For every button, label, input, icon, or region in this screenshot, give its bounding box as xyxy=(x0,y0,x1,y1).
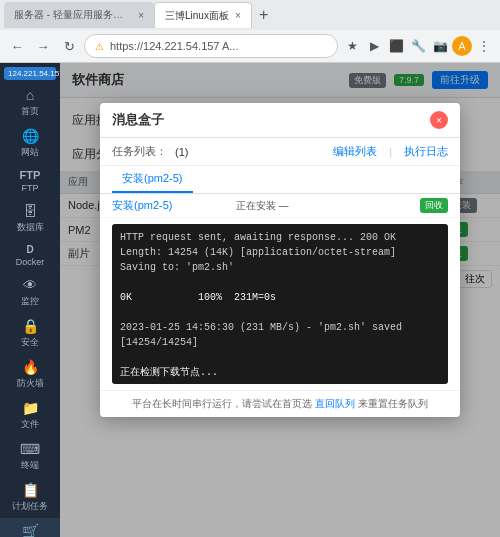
extension-icon-3[interactable]: 🔧 xyxy=(408,36,428,56)
extension-icon-1[interactable]: ▶ xyxy=(364,36,384,56)
ftp-icon: FTP xyxy=(20,169,41,181)
sidebar-item-home[interactable]: ⌂ 首页 xyxy=(0,82,60,123)
terminal-line-8 xyxy=(120,350,440,365)
sidebar-item-store[interactable]: 🛒 软件商店 xyxy=(0,518,60,537)
main-container: 124.221.54.157 ⌂ 首页 🌐 网站 FTP FTP 🗄 数据库 D… xyxy=(0,63,500,537)
tab-2[interactable]: 三博Linux面板 × xyxy=(154,2,252,28)
modal-tabs: 安装(pm2-5) xyxy=(100,166,460,194)
tab-2-label: 三博Linux面板 xyxy=(165,9,229,23)
terminal-line-6 xyxy=(120,305,440,320)
sidebar-item-terminal[interactable]: ⌨ 终端 xyxy=(0,436,60,477)
modal-dialog: 消息盒子 × 任务列表： (1) 编辑列表 | 执行日志 安装(pm2-5) xyxy=(100,103,460,417)
terminal-output: HTTP request sent, awaiting response... … xyxy=(112,224,448,384)
website-icon: 🌐 xyxy=(22,128,39,144)
modal-overlay: 消息盒子 × 任务列表： (1) 编辑列表 | 执行日志 安装(pm2-5) xyxy=(60,63,500,537)
sidebar-item-firewall[interactable]: 🔥 防火墙 xyxy=(0,354,60,395)
tab-2-close[interactable]: × xyxy=(235,10,241,21)
tab-bar: 服务器 - 轻量应用服务器 - 控制... × 三博Linux面板 × + xyxy=(0,0,500,30)
tab-1-close[interactable]: × xyxy=(138,10,144,21)
task-item-row: 安装(pm2-5) 正在安装 — 回收 xyxy=(100,194,460,218)
monitor-icon: 👁 xyxy=(23,277,37,293)
sidebar-item-ftp-label: FTP xyxy=(22,183,39,193)
extension-icon-4[interactable]: 📷 xyxy=(430,36,450,56)
firewall-icon: 🔥 xyxy=(22,359,39,375)
home-icon: ⌂ xyxy=(26,87,34,103)
terminal-line-4 xyxy=(120,275,440,290)
modal-tab-install[interactable]: 安装(pm2-5) xyxy=(112,166,193,193)
sidebar-item-website-label: 网站 xyxy=(21,146,39,159)
sidebar-item-db-label: 数据库 xyxy=(17,221,44,234)
tab-1[interactable]: 服务器 - 轻量应用服务器 - 控制... × xyxy=(4,2,154,28)
log-link[interactable]: 执行日志 xyxy=(404,144,448,159)
tab-1-label: 服务器 - 轻量应用服务器 - 控制... xyxy=(14,8,132,22)
task-list-label: 任务列表： xyxy=(112,144,167,159)
terminal-line-2: Length: 14254 (14K) [application/octet-s… xyxy=(120,245,440,260)
user-icon[interactable]: A xyxy=(452,36,472,56)
modal-footer: 平台在长时间串行运行，请尝试在首页选 直回队列 来重置任务队列 xyxy=(100,390,460,417)
task-item-name[interactable]: 安装(pm2-5) xyxy=(112,198,228,213)
task-item-status-label: 正在安装 — xyxy=(236,199,289,213)
sidebar-item-cron-label: 计划任务 xyxy=(12,500,48,513)
address-text: https://124.221.54.157 A... xyxy=(110,40,238,52)
sidebar-item-docker-label: Docker xyxy=(16,257,45,267)
forward-button[interactable]: → xyxy=(32,35,54,57)
sidebar-item-terminal-label: 终端 xyxy=(21,459,39,472)
sidebar-item-database[interactable]: 🗄 数据库 xyxy=(0,198,60,239)
sidebar-item-firewall-label: 防火墙 xyxy=(17,377,44,390)
modal-title: 消息盒子 xyxy=(112,111,430,129)
server-badge: 124.221.54.157 xyxy=(4,67,56,80)
modal-close-button[interactable]: × xyxy=(430,111,448,129)
cron-icon: 📋 xyxy=(22,482,39,498)
security-warning-icon: ⚠ xyxy=(95,41,104,52)
task-status-badge[interactable]: 回收 xyxy=(420,198,448,213)
terminal-line-7: 2023-01-25 14:56:30 (231 MB/s) - 'pm2.sh… xyxy=(120,320,440,350)
address-input[interactable]: ⚠ https://124.221.54.157 A... xyxy=(84,34,338,58)
store-icon: 🛒 xyxy=(22,523,39,537)
sidebar-item-docker[interactable]: D Docker xyxy=(0,239,60,272)
footer-link[interactable]: 直回队列 xyxy=(315,398,355,409)
files-icon: 📁 xyxy=(22,400,39,416)
sidebar-item-security[interactable]: 🔒 安全 xyxy=(0,313,60,354)
task-count: (1) xyxy=(175,146,188,158)
sidebar-item-ftp[interactable]: FTP FTP xyxy=(0,164,60,198)
sidebar-item-files[interactable]: 📁 文件 xyxy=(0,395,60,436)
security-icon: 🔒 xyxy=(22,318,39,334)
sidebar-item-monitor[interactable]: 👁 监控 xyxy=(0,272,60,313)
content-area: 软件商店 免费版 7.9.7 前往升级 应用搜索 🔍 应用分类 应用 标签 xyxy=(60,63,500,537)
sidebar-item-monitor-label: 监控 xyxy=(21,295,39,308)
modal-header: 消息盒子 × xyxy=(100,103,460,138)
sidebar-item-website[interactable]: 🌐 网站 xyxy=(0,123,60,164)
terminal-icon: ⌨ xyxy=(20,441,40,457)
divider: | xyxy=(389,146,392,158)
refresh-button[interactable]: ↻ xyxy=(58,35,80,57)
sidebar-item-security-label: 安全 xyxy=(21,336,39,349)
database-icon: 🗄 xyxy=(23,203,37,219)
back-button[interactable]: ← xyxy=(6,35,28,57)
edit-list-link[interactable]: 编辑列表 xyxy=(333,144,377,159)
terminal-line-5: 0K 100% 231M=0s xyxy=(120,290,440,305)
sidebar-item-cron[interactable]: 📋 计划任务 xyxy=(0,477,60,518)
new-tab-button[interactable]: + xyxy=(252,3,276,27)
sidebar-item-files-label: 文件 xyxy=(21,418,39,431)
docker-icon: D xyxy=(26,244,33,255)
menu-icon[interactable]: ⋮ xyxy=(474,36,494,56)
task-info-row: 任务列表： (1) 编辑列表 | 执行日志 xyxy=(100,138,460,166)
footer-text: 平台在长时间串行运行，请尝试在首页选 xyxy=(132,398,315,409)
sidebar-item-home-label: 首页 xyxy=(21,105,39,118)
terminal-line-3: Saving to: 'pm2.sh' xyxy=(120,260,440,275)
extension-icon-2[interactable]: ⬛ xyxy=(386,36,406,56)
terminal-line-9: 正在检测下载节点... xyxy=(120,365,440,380)
footer-text-2: 来重置任务队列 xyxy=(358,398,428,409)
sidebar: 124.221.54.157 ⌂ 首页 🌐 网站 FTP FTP 🗄 数据库 D… xyxy=(0,63,60,537)
terminal-line-1: HTTP request sent, awaiting response... … xyxy=(120,230,440,245)
toolbar-icons: ★ ▶ ⬛ 🔧 📷 A ⋮ xyxy=(342,36,494,56)
bookmark-icon[interactable]: ★ xyxy=(342,36,362,56)
address-bar: ← → ↻ ⚠ https://124.221.54.157 A... ★ ▶ … xyxy=(0,30,500,62)
browser-chrome: 服务器 - 轻量应用服务器 - 控制... × 三博Linux面板 × + ← … xyxy=(0,0,500,63)
